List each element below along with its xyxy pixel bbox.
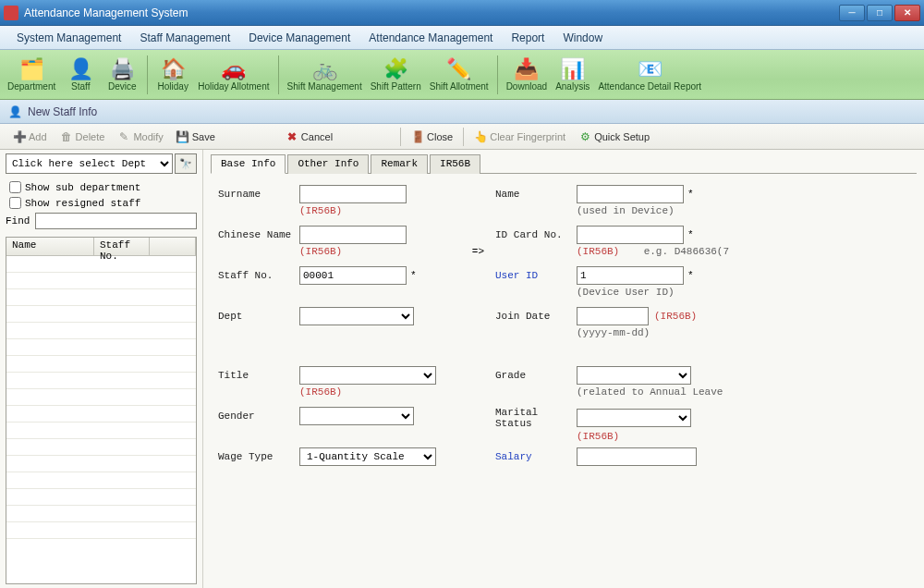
chinese-name-input[interactable] [299,226,407,244]
table-row[interactable] [6,256,196,273]
menu-staff-management[interactable]: Staff Management [130,28,239,48]
house-icon: 🏠 [160,57,186,81]
toolbar-staff[interactable]: 👤 Staff [60,53,101,97]
title-select[interactable] [299,366,436,385]
toolbar-analysis[interactable]: 📊 Analysis [552,53,593,97]
tab-ir56b[interactable]: IR56B [430,154,480,174]
toolbar-department[interactable]: 🗂️ Department [4,53,59,97]
maximize-button[interactable]: □ [867,5,893,21]
menu-attendance-management[interactable]: Attendance Management [359,28,502,48]
salary-input[interactable] [577,447,697,466]
staff-no-input[interactable] [299,266,407,285]
table-row[interactable] [6,273,196,289]
join-date-input[interactable] [577,307,649,325]
table-row[interactable] [6,373,196,389]
table-row[interactable] [6,522,196,539]
surname-label: Surname [218,189,299,200]
table-row[interactable] [6,472,196,489]
app-icon [4,6,18,20]
table-row[interactable] [6,323,196,339]
action-bar: ➕ Add 🗑 Delete ✎ Modify 💾 Save ✖ Cancel … [0,124,924,150]
toolbar-separator [497,55,498,94]
menu-device-management[interactable]: Device Management [239,28,359,48]
toolbar-holiday[interactable]: 🏠 Holiday [152,53,193,97]
name-input[interactable] [577,185,684,203]
gender-label: Gender [218,410,299,422]
user-id-input[interactable] [577,266,684,285]
minimize-button[interactable]: ─ [839,5,865,21]
id-card-hint: (IR56B) [577,246,619,257]
table-row[interactable] [6,489,196,506]
tab-other-info[interactable]: Other Info [287,154,369,174]
left-sidebar: Click here select Dept 🔭 Show sub depart… [0,150,203,588]
join-date-hint2: (yyyy-mm-dd) [577,327,736,338]
id-card-hint2: e.g. D486636(7 [644,246,729,257]
find-input[interactable] [35,213,197,229]
save-icon: 💾 [176,130,189,143]
surname-input[interactable] [299,185,407,203]
menubar: System Management Staff Management Devic… [0,26,924,50]
folder-icon: 🗂️ [18,57,44,81]
menu-window[interactable]: Window [553,28,612,48]
tab-base-info[interactable]: Base Info [211,154,286,174]
quick-setup-button[interactable]: ⚙ Quick Setup [573,127,655,147]
toolbar-download[interactable]: 📥 Download [503,53,551,97]
table-row[interactable] [6,339,196,356]
toolbar-device[interactable]: 🖨️ Device [102,53,142,97]
show-sub-dept-checkbox[interactable] [9,181,21,193]
table-row[interactable] [6,406,196,423]
required-star: * [687,270,694,281]
save-button[interactable]: 💾 Save [171,127,221,147]
wage-type-select[interactable]: 1-Quantity Scale [299,447,436,466]
add-button: ➕ Add [7,127,53,147]
toolbar-holiday-allotment[interactable]: 🚗 Holiday Allotment [194,53,273,97]
grade-select[interactable] [577,366,691,385]
column-header-name[interactable]: Name [6,238,94,255]
table-row[interactable] [6,423,196,439]
grade-label: Grade [495,370,577,381]
window-titlebar: Attendance Management System ─ □ ✕ [0,0,924,26]
menu-system-management[interactable]: System Management [7,28,130,48]
table-row[interactable] [6,506,196,522]
printer-icon: 🖨️ [109,57,135,81]
table-row[interactable] [6,289,196,306]
toolbar-shift-pattern[interactable]: 🧩 Shift Pattern [367,53,425,97]
join-date-label: Join Date [495,311,577,322]
pencil-icon: ✏️ [446,57,472,81]
table-row[interactable] [6,389,196,406]
panel-title: 👤 New Staff Info [0,100,924,124]
search-dept-button[interactable]: 🔭 [175,153,197,174]
toolbar-shift-management[interactable]: 🚲 Shift Management [284,53,366,97]
table-row[interactable] [6,356,196,373]
tab-remark[interactable]: Remark [371,154,428,174]
toolbar-shift-allotment[interactable]: ✏️ Shift Allotment [426,53,492,97]
toolbar-attendance-detail-report[interactable]: 📧 Attendance Detail Report [594,53,705,97]
toolbar-separator [147,55,148,94]
close-button[interactable]: 🚪 Close [406,127,458,147]
trash-icon: 🗑 [60,130,73,143]
window-title: Attendance Management System [24,6,839,19]
surname-hint: (IR56B) [299,205,458,216]
table-row[interactable] [6,306,196,323]
bicycle-icon: 🚲 [311,57,337,81]
gender-select[interactable] [299,407,414,425]
table-row[interactable] [6,439,196,456]
show-resigned-row[interactable]: Show resigned staff [6,195,197,211]
cancel-button[interactable]: ✖ Cancel [280,127,338,147]
column-header-staff-no[interactable]: Staff No. [94,238,150,255]
marital-label: Marital Status [495,407,577,429]
marital-select[interactable] [577,409,691,427]
required-star: * [687,229,694,240]
dept-select[interactable] [299,307,414,325]
window-close-button[interactable]: ✕ [894,5,920,21]
id-card-input[interactable] [577,226,684,244]
department-select[interactable]: Click here select Dept [6,153,173,174]
join-date-hint: (IR56B) [654,311,697,322]
find-label: Find [6,215,30,227]
fingerprint-icon: 👆 [474,130,487,143]
wage-type-label: Wage Type [218,451,299,462]
show-sub-dept-row[interactable]: Show sub department [6,179,197,195]
menu-report[interactable]: Report [502,28,553,48]
show-resigned-checkbox[interactable] [9,197,21,209]
table-row[interactable] [6,456,196,472]
